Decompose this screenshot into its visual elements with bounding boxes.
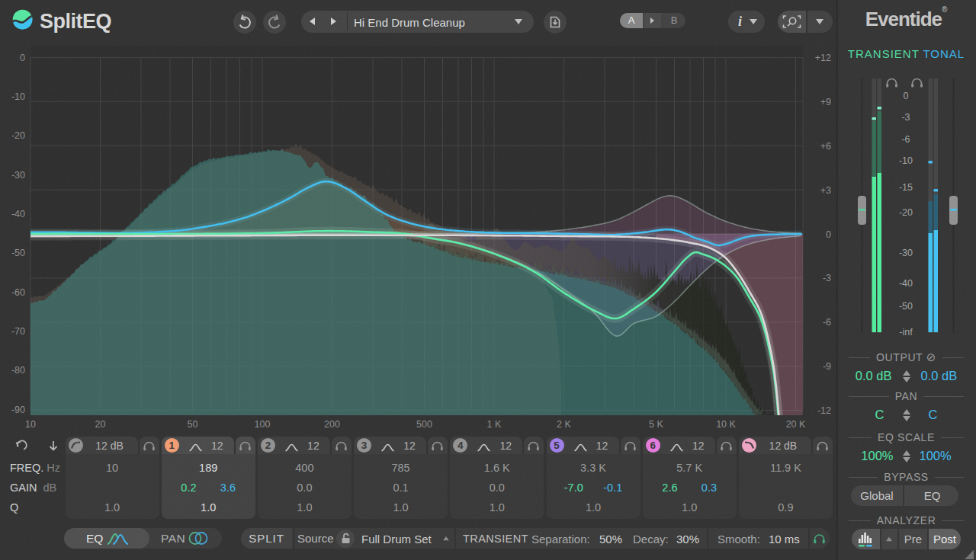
svg-text:-15: -15 [899,182,913,193]
svg-text:-70: -70 [11,326,25,337]
svg-text:+3: +3 [820,185,831,196]
svg-text:-60: -60 [11,287,25,298]
svg-text:-20: -20 [899,207,913,218]
svg-text:0: 0 [826,229,831,240]
svg-text:0: 0 [20,53,25,63]
svg-text:+9: +9 [820,97,831,107]
svg-text:-90: -90 [11,405,25,415]
svg-text:10 K: 10 K [716,419,736,430]
svg-text:200: 200 [324,419,340,430]
svg-text:-40: -40 [899,278,913,289]
svg-text:-9: -9 [823,361,831,372]
svg-text:5 K: 5 K [649,419,663,430]
svg-text:-3: -3 [823,273,831,283]
svg-text:+6: +6 [820,141,831,152]
svg-text:-6: -6 [823,317,831,328]
svg-text:-12: -12 [817,405,831,416]
svg-text:+12: +12 [815,53,831,63]
svg-text:-50: -50 [11,248,25,258]
svg-text:20: 20 [95,419,106,430]
svg-text:20 K: 20 K [786,419,806,430]
svg-text:-6: -6 [901,134,910,145]
svg-text:-30: -30 [11,170,25,181]
svg-text:-inf: -inf [899,327,913,338]
svg-text:-20: -20 [11,130,25,141]
svg-text:-10: -10 [11,91,25,102]
svg-text:0: 0 [904,91,909,101]
svg-text:-50: -50 [899,301,913,312]
svg-text:100: 100 [255,419,271,430]
svg-text:10: 10 [25,419,36,430]
svg-text:-80: -80 [11,365,25,376]
svg-text:50: 50 [188,419,198,430]
svg-text:-40: -40 [11,209,25,219]
svg-text:2 K: 2 K [557,419,571,430]
svg-text:500: 500 [416,419,432,430]
svg-text:-10: -10 [899,155,913,166]
svg-text:-3: -3 [901,112,910,123]
svg-text:1 K: 1 K [487,419,502,430]
svg-text:-30: -30 [899,248,913,258]
